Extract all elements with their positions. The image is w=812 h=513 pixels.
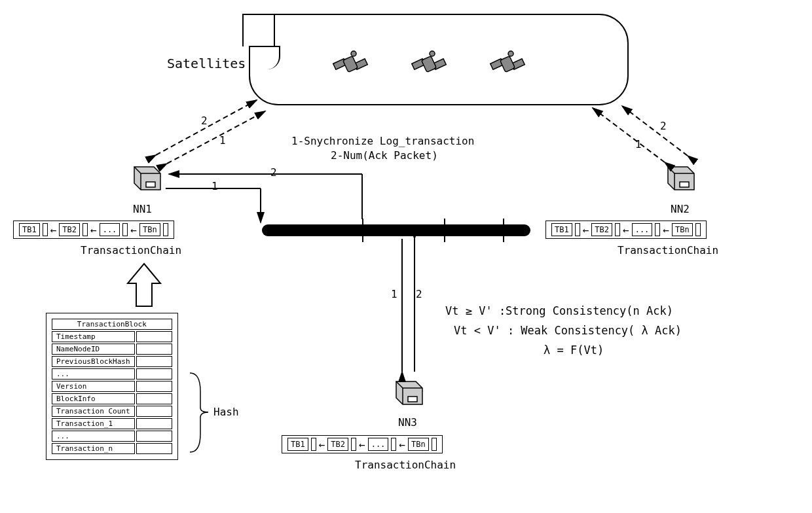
- tblock-row: PreviousBlockHash: [52, 356, 135, 367]
- tblock-row: BlockInfo: [52, 393, 135, 404]
- nn1-chain-label: TransactionChain: [81, 244, 181, 256]
- block-spacer: [695, 223, 701, 236]
- arrow-left-icon: ←: [623, 224, 629, 236]
- satellite-icon: [406, 44, 452, 84]
- block-spacer: [432, 438, 437, 451]
- block-tb2: TB2: [327, 438, 348, 451]
- block-tb1: TB1: [19, 223, 40, 236]
- node-nn2-icon: [661, 157, 701, 196]
- block-spacer: [163, 223, 168, 236]
- arrow-left-icon: ←: [90, 224, 97, 236]
- node-nn1-icon: [128, 157, 167, 196]
- block-spacer: [311, 438, 316, 451]
- hash-bracket: [189, 372, 215, 453]
- satellites-tab: [242, 14, 275, 46]
- edge-label-1: 1: [391, 288, 397, 300]
- block-spacer: [391, 438, 396, 451]
- nn2-chain: TB1 ← TB2 ← ... ← TBn: [545, 221, 707, 239]
- svg-point-7: [430, 51, 435, 56]
- tblock-row: ...: [52, 368, 135, 380]
- tblock-row: Transaction Count: [52, 406, 135, 417]
- svg-line-15: [167, 111, 265, 164]
- arrow-left-icon: ←: [50, 224, 57, 236]
- nn2-chain-label: TransactionChain: [618, 244, 718, 256]
- block-spacer: [122, 223, 128, 236]
- satellite-icon: [327, 44, 373, 84]
- edge-label-1: 1: [212, 180, 218, 192]
- tblock-row: ...: [52, 431, 135, 442]
- block-dots: ...: [368, 438, 389, 451]
- consistency-line3: λ = F(Vt): [544, 344, 604, 357]
- big-arrow-icon: [118, 260, 170, 313]
- block-spacer: [351, 438, 356, 451]
- bus-tick: [444, 219, 445, 242]
- block-tbn: TBn: [672, 223, 693, 236]
- arrow-left-icon: ←: [130, 224, 137, 236]
- node-nn1-label: NN1: [133, 203, 152, 215]
- satellite-icon: [485, 44, 530, 84]
- block-tb1: TB1: [287, 438, 308, 451]
- svg-rect-13: [680, 182, 689, 187]
- sync-text-2: 2-Num(Ack Packet): [331, 149, 438, 162]
- block-spacer: [655, 223, 660, 236]
- node-nn3-icon: [390, 372, 429, 411]
- svg-point-11: [508, 51, 513, 56]
- satellites-label: Satellites: [167, 56, 246, 71]
- block-tbn: TBn: [408, 438, 429, 451]
- block-tb2: TB2: [591, 223, 612, 236]
- nn3-chain: TB1 ← TB2 ← ... ← TBn: [282, 435, 443, 453]
- svg-rect-14: [408, 397, 417, 402]
- satellites-tab-inner: [249, 46, 280, 69]
- edge-label-2: 2: [201, 115, 208, 127]
- block-tbn: TBn: [139, 223, 160, 236]
- svg-line-16: [156, 100, 257, 155]
- tblock-row: Transaction_1: [52, 418, 135, 429]
- svg-rect-12: [146, 182, 155, 187]
- edge-label-1: 1: [219, 134, 226, 147]
- svg-rect-10: [500, 56, 515, 73]
- block-dots: ...: [100, 223, 120, 236]
- arrow-left-icon: ←: [319, 438, 325, 451]
- tblock-title: TransactionBlock: [52, 319, 172, 330]
- tblock-row: NameNodeID: [52, 344, 135, 355]
- nn3-chain-label: TransactionChain: [355, 459, 456, 471]
- svg-line-17: [593, 108, 665, 162]
- block-spacer: [575, 223, 580, 236]
- tblock-row: Transaction_n: [52, 443, 135, 454]
- node-nn3-label: NN3: [398, 416, 417, 429]
- nn1-chain: TB1 ← TB2 ← ... ← TBn: [13, 221, 174, 239]
- tblock-row: Timestamp: [52, 331, 135, 342]
- block-tb2: TB2: [59, 223, 80, 236]
- transaction-block-table: TransactionBlock Timestamp NameNodeID Pr…: [46, 313, 178, 460]
- svg-rect-2: [343, 56, 358, 73]
- arrow-left-icon: ←: [399, 438, 405, 451]
- hash-label: Hash: [213, 406, 239, 418]
- bus-tick: [362, 219, 363, 242]
- consistency-line1: Vt ≥ V' :Strong Consistency(n Ack): [445, 304, 673, 317]
- node-nn2-label: NN2: [671, 203, 690, 215]
- edge-label-2: 2: [416, 288, 422, 300]
- svg-line-18: [622, 106, 688, 156]
- block-tb1: TB1: [551, 223, 572, 236]
- block-spacer: [43, 223, 48, 236]
- arrow-left-icon: ←: [663, 224, 669, 236]
- block-spacer: [83, 223, 88, 236]
- block-dots: ...: [632, 223, 653, 236]
- block-spacer: [615, 223, 620, 236]
- sync-text-1: 1-Snychronize Log_transaction: [291, 135, 474, 147]
- bus-tick: [503, 219, 504, 242]
- tblock-row: Version: [52, 381, 135, 392]
- edge-label-1: 1: [635, 138, 642, 150]
- arrow-left-icon: ←: [583, 224, 589, 236]
- svg-point-3: [351, 51, 356, 56]
- arrow-left-icon: ←: [359, 438, 365, 451]
- network-bus: [262, 224, 530, 236]
- consistency-line2: Vt < V' : Weak Consistency( λ Ack): [454, 324, 682, 337]
- edge-label-2: 2: [270, 166, 277, 179]
- svg-rect-6: [422, 56, 437, 73]
- edge-label-2: 2: [660, 120, 667, 132]
